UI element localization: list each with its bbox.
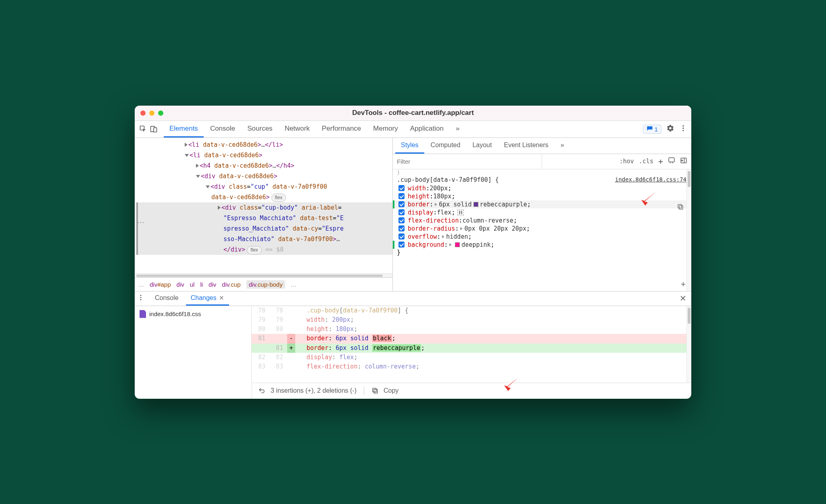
property-checkbox[interactable] <box>398 225 405 231</box>
h-scrollbar[interactable] <box>135 273 392 277</box>
filter-input[interactable] <box>393 154 542 169</box>
color-swatch[interactable] <box>473 202 478 207</box>
changes-summary: 3 insertions (+), 2 deletions (-) <box>271 387 357 394</box>
file-item[interactable]: index.8d6c6f18.css <box>135 308 251 320</box>
titlebar: DevTools - coffee-cart.netlify.app/cart <box>135 106 691 121</box>
bc-item[interactable]: div#app <box>150 281 171 288</box>
tab-sources[interactable]: Sources <box>242 121 278 137</box>
drawer-close-icon[interactable]: ✕ <box>680 294 686 303</box>
main-tabs: Elements Console Sources Network Perform… <box>164 121 641 137</box>
diff-line: 81-border: 6px solid black; <box>252 334 691 343</box>
styles-body[interactable]: } .cup-body[data-v-7a0f9f00] { index.8d6… <box>393 169 691 291</box>
diff-pane[interactable]: 7878.cup-body[data-v-7a0f9f00] {7979widt… <box>252 306 691 383</box>
inspect-element-icon[interactable] <box>139 125 148 133</box>
tabs-overflow-icon[interactable]: » <box>450 121 465 137</box>
css-property-row[interactable]: border-radius: 0px 0px 20px 20px; <box>393 225 691 233</box>
sidebar-toggle-icon[interactable] <box>680 157 687 166</box>
drawer-body: index.8d6c6f18.css 7878.cup-body[data-v-… <box>135 306 691 383</box>
settings-icon[interactable] <box>666 124 674 134</box>
issues-badge[interactable]: 1 <box>643 125 661 134</box>
diff-line: 8383flex-direction: column-reverse; <box>252 362 691 371</box>
expand-icon[interactable] <box>449 243 452 246</box>
file-name: index.8d6c6f18.css <box>149 310 201 317</box>
css-property-row[interactable]: display: flex; <box>393 208 691 217</box>
more-menu-icon[interactable] <box>679 124 687 134</box>
devtools-window: DevTools - coffee-cart.netlify.app/cart … <box>135 106 691 399</box>
bc-item[interactable]: li <box>200 281 203 288</box>
toolbar-right: 1 <box>643 124 687 134</box>
css-property-row[interactable]: overflow: hidden; <box>393 233 691 241</box>
expand-icon[interactable] <box>442 235 444 238</box>
css-property-row[interactable]: background: deeppink; <box>393 241 691 249</box>
source-link[interactable]: index.8d6c6f18.css:74 <box>615 176 686 183</box>
diff-line: 8080height: 180px; <box>252 325 691 334</box>
undo-icon[interactable] <box>258 387 266 394</box>
svg-point-4 <box>682 127 684 129</box>
add-rule-icon[interactable]: + <box>681 279 686 289</box>
main-toolbar: Elements Console Sources Network Perform… <box>135 121 691 138</box>
svg-rect-9 <box>678 204 682 208</box>
property-checkbox[interactable] <box>398 217 405 223</box>
property-checkbox[interactable] <box>398 233 405 240</box>
copy-icon[interactable] <box>371 387 379 394</box>
tab-network[interactable]: Network <box>279 121 315 137</box>
main-split: <li data-v-ced68de6>…</li> <li data-v-ce… <box>135 138 691 291</box>
rule-close: } <box>393 249 691 256</box>
dom-overflow-icon[interactable]: ⋯ <box>137 218 144 227</box>
bc-item[interactable]: ul <box>190 281 195 288</box>
bc-item[interactable]: div <box>209 281 216 288</box>
stab-computed[interactable]: Computed <box>425 138 466 154</box>
close-tab-icon[interactable]: ✕ <box>219 294 224 302</box>
hov-toggle[interactable]: :hov <box>620 158 634 165</box>
stab-layout[interactable]: Layout <box>467 138 497 154</box>
selected-dom-node[interactable]: <div class="cup-body" aria-label= "Espre… <box>136 202 392 255</box>
dtab-changes[interactable]: Changes✕ <box>186 292 229 306</box>
bc-ellipsis[interactable]: … <box>291 281 297 288</box>
drawer: Console Changes✕ ✕ index.8d6c6f18.css 78… <box>135 291 691 399</box>
css-property-row[interactable]: flex-direction: column-reverse; <box>393 217 691 225</box>
svg-rect-6 <box>669 158 674 162</box>
copy-label[interactable]: Copy <box>384 387 398 394</box>
rule-selector[interactable]: .cup-body[data-v-7a0f9f00] { <box>397 176 499 183</box>
property-checkbox[interactable] <box>398 242 405 248</box>
flex-badge-icon[interactable] <box>457 210 464 215</box>
tab-elements[interactable]: Elements <box>164 121 204 137</box>
bc-item[interactable]: div.cup <box>222 281 240 288</box>
device-toolbar-icon[interactable] <box>149 125 158 133</box>
issues-count: 1 <box>655 126 658 133</box>
tab-application[interactable]: Application <box>405 121 449 137</box>
filter-row: :hov .cls + <box>393 154 691 169</box>
svg-rect-2 <box>154 128 157 132</box>
new-rule-icon[interactable]: + <box>658 156 663 166</box>
stabs-overflow-icon[interactable]: » <box>555 138 570 154</box>
v-scrollbar[interactable] <box>686 306 691 383</box>
drawer-status: 3 insertions (+), 2 deletions (-) Copy <box>252 383 691 399</box>
tab-performance[interactable]: Performance <box>316 121 367 137</box>
svg-point-3 <box>682 125 684 127</box>
stab-styles[interactable]: Styles <box>395 138 424 154</box>
bc-ellipsis[interactable]: … <box>138 281 144 288</box>
bc-item-selected[interactable]: div.cup-body <box>246 280 285 289</box>
tab-memory[interactable]: Memory <box>367 121 403 137</box>
format-icon[interactable] <box>668 157 675 166</box>
dtab-console[interactable]: Console <box>150 292 184 306</box>
property-checkbox[interactable] <box>398 185 405 191</box>
v-scrollbar[interactable] <box>686 169 691 291</box>
color-swatch[interactable] <box>455 242 460 247</box>
cls-toggle[interactable]: .cls <box>639 158 653 165</box>
property-checkbox[interactable] <box>398 201 405 207</box>
svg-rect-8 <box>679 206 683 209</box>
styles-tabs: Styles Computed Layout Event Listeners » <box>393 138 691 154</box>
tab-console[interactable]: Console <box>204 121 241 137</box>
property-checkbox[interactable] <box>398 193 405 199</box>
stab-listeners[interactable]: Event Listeners <box>498 138 554 154</box>
dom-tree[interactable]: <li data-v-ced68de6>…</li> <li data-v-ce… <box>135 138 392 273</box>
property-checkbox[interactable] <box>398 209 405 215</box>
drawer-menu-icon[interactable] <box>137 294 145 303</box>
bc-item[interactable]: div <box>177 281 184 288</box>
css-file-icon <box>140 310 146 318</box>
copy-rule-icon[interactable] <box>677 203 684 212</box>
expand-icon[interactable] <box>435 203 437 206</box>
expand-icon[interactable] <box>460 227 463 230</box>
diff-line: 7979width: 200px; <box>252 315 691 325</box>
